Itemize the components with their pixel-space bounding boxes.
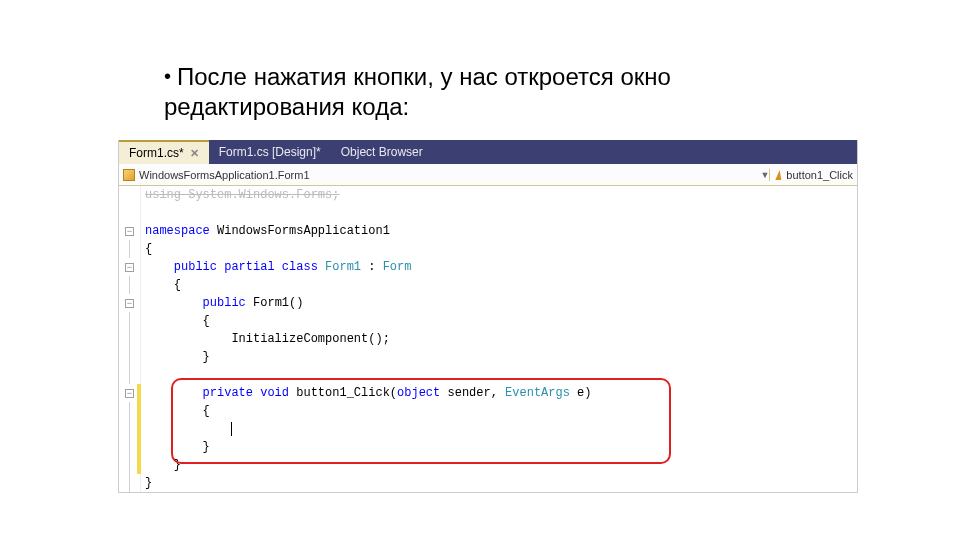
code-line: { — [145, 276, 853, 294]
code-line: public Form1() — [145, 294, 853, 312]
tab-form-design[interactable]: Form1.cs [Design]* — [209, 140, 331, 164]
code-line: } — [145, 474, 853, 492]
fold-icon[interactable]: − — [125, 389, 134, 398]
code-line: public partial class Form1 : Form — [145, 258, 853, 276]
code-line: namespace WindowsFormsApplication1 — [145, 222, 853, 240]
ide-window: Form1.cs* ✕ Form1.cs [Design]* Object Br… — [118, 140, 858, 493]
code-editor[interactable]: − − − − using System.Windows.Forms; name… — [119, 186, 857, 492]
bullet-content: После нажатия кнопки, у нас откроется ок… — [164, 63, 671, 120]
tab-bar: Form1.cs* ✕ Form1.cs [Design]* Object Br… — [119, 140, 857, 164]
class-icon — [123, 169, 135, 181]
fold-icon[interactable]: − — [125, 227, 134, 236]
fold-icon[interactable]: − — [125, 263, 134, 272]
member-dropdown[interactable]: button1_Click — [769, 169, 853, 181]
code-line: { — [145, 240, 853, 258]
code-area[interactable]: using System.Windows.Forms; namespace Wi… — [141, 186, 857, 492]
slide-bullet-text: •После нажатия кнопки, у нас откроется о… — [164, 62, 724, 122]
close-icon[interactable]: ✕ — [190, 147, 199, 160]
bullet-dot-icon: • — [164, 65, 171, 87]
bolt-icon — [776, 170, 783, 180]
highlight-annotation — [171, 378, 671, 464]
code-line: using System.Windows.Forms; — [145, 186, 853, 204]
tab-form-cs[interactable]: Form1.cs* ✕ — [119, 140, 209, 164]
chevron-down-icon: ▼ — [760, 170, 769, 180]
tab-label: Form1.cs* — [129, 146, 184, 160]
member-label: button1_Click — [786, 169, 853, 181]
code-line: InitializeComponent(); — [145, 330, 853, 348]
tab-label: Object Browser — [341, 145, 423, 159]
tab-object-browser[interactable]: Object Browser — [331, 140, 433, 164]
fold-icon[interactable]: − — [125, 299, 134, 308]
change-marker — [137, 384, 141, 474]
code-line: } — [145, 348, 853, 366]
navigation-strip: WindowsFormsApplication1.Form1 ▼ button1… — [119, 164, 857, 186]
tab-label: Form1.cs [Design]* — [219, 145, 321, 159]
scope-label: WindowsFormsApplication1.Form1 — [139, 169, 310, 181]
code-line — [145, 204, 853, 222]
scope-dropdown[interactable]: WindowsFormsApplication1.Form1 ▼ — [123, 169, 769, 181]
code-line: { — [145, 312, 853, 330]
